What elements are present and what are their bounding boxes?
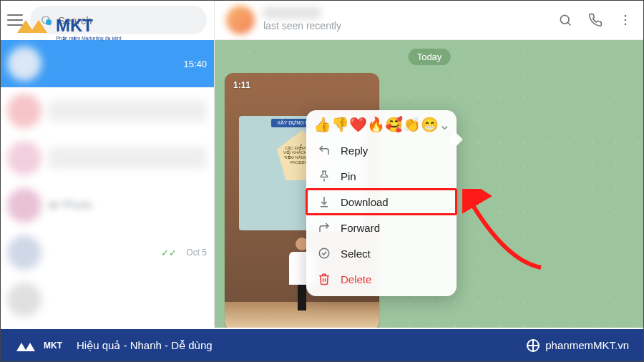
avatar — [7, 283, 42, 317]
chat-item[interactable] — [0, 276, 214, 323]
chat-item[interactable] — [0, 87, 214, 134]
chat-item-active[interactable]: 15:40 — [0, 40, 214, 87]
menu-label: Select — [341, 248, 371, 260]
avatar — [7, 47, 42, 81]
download-icon — [318, 195, 331, 208]
date-pill: Today — [409, 49, 451, 65]
chat-preview: Photo — [62, 199, 92, 212]
menu-download[interactable]: Download — [306, 189, 457, 215]
avatar — [7, 188, 42, 222]
menu-reply[interactable]: Reply — [306, 137, 457, 163]
footer-site[interactable]: phanmemMKT.vn — [527, 339, 629, 352]
search-icon[interactable] — [558, 13, 572, 27]
chat-time: 15:40 — [183, 59, 207, 69]
menu-select[interactable]: Select — [306, 240, 457, 266]
chat-item[interactable]: ✓✓ Oct 5 — [0, 229, 214, 276]
svg-point-4 — [560, 15, 569, 24]
forward-icon — [318, 221, 331, 234]
context-menu: 👍 👎 ❤️ 🔥 🥰 👏 😁 ⌄ Reply Pin Download — [306, 110, 457, 296]
footer-tagline: Hiệu quả - Nhanh - Dễ dùng — [77, 339, 213, 352]
menu-forward[interactable]: Forward — [306, 215, 457, 240]
svg-text:MKT: MKT — [56, 16, 93, 35]
footer-logo-text: MKT — [44, 341, 62, 351]
more-icon[interactable] — [618, 13, 633, 27]
avatar[interactable] — [226, 6, 255, 34]
footer-logo: MKT — [15, 335, 62, 356]
chat-pane: last seen recently Today XÂY DỰNG PROFIL… — [215, 0, 644, 328]
chat-title — [263, 8, 321, 18]
svg-line-5 — [568, 22, 571, 25]
avatar — [7, 94, 42, 128]
chat-time: Oct 5 — [186, 248, 207, 258]
reply-icon — [318, 144, 331, 157]
pin-icon — [318, 170, 331, 182]
chat-body[interactable]: Today XÂY DỰNG PROFILE CÁC ĐIỂM CHẠM VỚI… — [215, 40, 644, 328]
reaction-bar: 👍 👎 ❤️ 🔥 🥰 👏 😁 ⌄ — [306, 110, 457, 137]
svg-point-8 — [625, 23, 627, 25]
svg-point-11 — [46, 19, 52, 25]
menu-label: Reply — [341, 145, 368, 157]
svg-point-10 — [319, 248, 329, 258]
svg-point-6 — [625, 14, 627, 16]
menu-pin[interactable]: Pin — [306, 163, 457, 189]
svg-point-3 — [52, 204, 53, 205]
svg-text:Phần mềm Marketing đa kênh: Phần mềm Marketing đa kênh — [56, 36, 122, 41]
footer-url: phanmemMKT.vn — [545, 339, 629, 351]
menu-label: Delete — [341, 273, 371, 285]
chat-item[interactable]: Photo — [0, 182, 214, 229]
header-actions — [558, 13, 633, 27]
reaction-thumbs-down[interactable]: 👎 — [331, 116, 349, 133]
menu-label: Download — [341, 196, 389, 208]
avatar — [7, 235, 42, 270]
chat-status: last seen recently — [263, 20, 341, 31]
reaction-clap[interactable]: 👏 — [403, 116, 421, 133]
sidebar: 15:40 Photo ✓✓ Oct 5 — [0, 0, 215, 328]
svg-point-7 — [625, 19, 627, 21]
reaction-thumbs-up[interactable]: 👍 — [313, 116, 331, 133]
reaction-love[interactable]: 🥰 — [385, 116, 403, 133]
photo-icon — [49, 200, 59, 210]
video-duration: 1:11 — [233, 80, 250, 90]
phone-icon[interactable] — [588, 13, 602, 27]
reaction-grin[interactable]: 😁 — [421, 116, 439, 133]
menu-delete[interactable]: Delete — [306, 266, 457, 292]
reaction-heart[interactable]: ❤️ — [349, 116, 367, 133]
footer-bar: MKT Hiệu quả - Nhanh - Dễ dùng phanmemMK… — [0, 329, 644, 362]
reaction-fire[interactable]: 🔥 — [367, 116, 385, 133]
delete-icon — [318, 273, 331, 285]
chevron-down-icon[interactable]: ⌄ — [439, 116, 451, 133]
chat-item[interactable] — [0, 134, 214, 182]
menu-label: Forward — [341, 222, 380, 234]
mkt-watermark-logo: MKT Phần mềm Marketing đa kênh — [14, 10, 122, 46]
read-check-icon: ✓✓ — [161, 248, 177, 258]
select-icon — [318, 247, 331, 260]
avatar — [7, 141, 42, 175]
menu-label: Pin — [341, 170, 356, 182]
chat-header: last seen recently — [215, 0, 644, 40]
globe-icon — [527, 339, 540, 352]
